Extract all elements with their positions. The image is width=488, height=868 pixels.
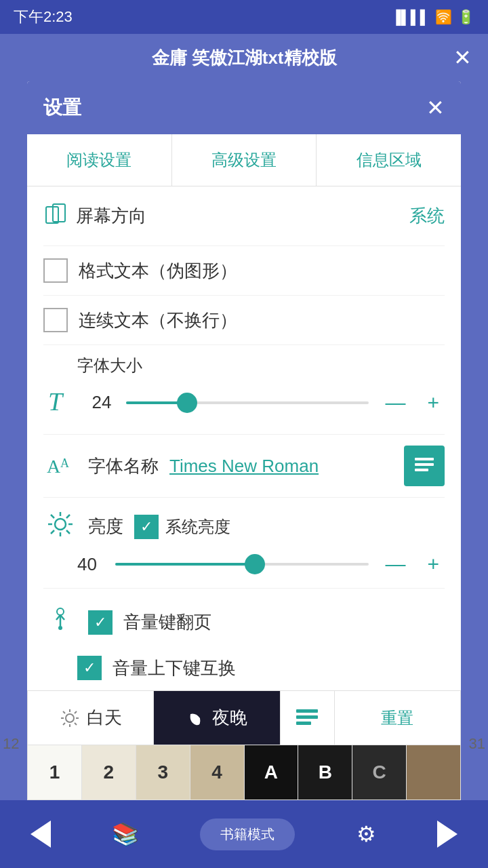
brightness-icon (43, 510, 77, 543)
brightness-section: 亮度 系统亮度 40 — + (43, 498, 445, 589)
system-brightness-checkbox[interactable] (134, 515, 159, 539)
wifi-icon: 🛜 (435, 9, 452, 25)
svg-text:T: T (48, 387, 64, 413)
font-name-value[interactable]: Times New Roman (169, 456, 393, 477)
day-mode-button[interactable]: 白天 (28, 691, 154, 745)
swatch-4[interactable]: 4 (190, 745, 245, 800)
settings-panel: 设置 ✕ 阅读设置 高级设置 信息区域 屏幕方向 系统 (27, 81, 461, 746)
tab-read[interactable]: 阅读设置 (27, 134, 172, 186)
swatch-d[interactable] (407, 745, 460, 800)
toolbar-mode-row: 白天 夜晚 重置 (27, 690, 461, 745)
svg-rect-5 (415, 458, 434, 460)
svg-rect-32 (296, 715, 318, 719)
volume-icon (43, 605, 77, 639)
page-number-right: 31 (469, 735, 485, 753)
tab-advanced[interactable]: 高级设置 (172, 134, 317, 186)
swatches-row: 1 2 3 4 A B C (27, 745, 461, 800)
swatch-3[interactable]: 3 (136, 745, 190, 800)
swatch-b[interactable]: B (298, 745, 352, 800)
svg-line-16 (51, 530, 54, 534)
reset-button[interactable]: 重置 (335, 691, 460, 745)
font-size-row: T 24 — + (43, 382, 445, 429)
battery-icon: 🔋 (458, 9, 474, 25)
brightness-slider[interactable] (115, 561, 369, 567)
svg-line-29 (75, 711, 77, 713)
volume-section: 音量键翻页 音量上下键互换 (43, 589, 445, 697)
svg-line-14 (66, 530, 70, 534)
title-bar: 金庸 笑傲江湖txt精校版 ✕ (0, 34, 488, 81)
swatch-a[interactable]: A (245, 745, 299, 800)
font-list-button[interactable] (404, 446, 445, 486)
swatch-1[interactable]: 1 (28, 745, 82, 800)
screen-orientation-icon (43, 201, 76, 231)
volume-flip-label: 音量键翻页 (123, 610, 211, 634)
panel-title: 设置 (43, 95, 81, 121)
prev-arrow-icon (30, 821, 51, 848)
brightness-row: 40 — + (43, 549, 445, 588)
panel-header: 设置 ✕ (27, 81, 461, 134)
page-number-left: 12 (3, 735, 19, 753)
title-close-button[interactable]: ✕ (453, 45, 472, 71)
font-size-section-label: 字体大小 (43, 355, 445, 382)
settings-content: 屏幕方向 系统 格式文本（伪图形） 连续文本（不换行） 字体大小 T 24 (27, 186, 461, 746)
bookshelf-icon: 📚 (112, 821, 139, 847)
volume-swap-checkbox[interactable] (77, 656, 102, 680)
swatch-c[interactable]: C (352, 745, 407, 800)
font-size-decrease-button[interactable]: — (380, 391, 411, 414)
font-size-value: 24 (88, 392, 115, 413)
screen-orientation-label: 屏幕方向 (76, 204, 409, 228)
format-text-row: 格式文本（伪图形） (43, 246, 445, 296)
screen-orientation-value[interactable]: 系统 (409, 204, 445, 228)
bottom-nav: 📚 书籍模式 ⚙ (0, 800, 488, 868)
format-text-label: 格式文本（伪图形） (79, 259, 237, 283)
settings-icon: ⚙ (357, 821, 376, 847)
theme-list-button[interactable] (281, 691, 335, 745)
svg-line-28 (75, 723, 77, 725)
svg-point-22 (66, 714, 74, 722)
svg-line-13 (51, 515, 54, 518)
brightness-checkbox-group: 系统亮度 (134, 515, 230, 539)
swatch-2[interactable]: 2 (82, 745, 136, 800)
format-text-checkbox[interactable] (43, 258, 68, 283)
font-size-icon: T (43, 386, 77, 419)
reset-label: 重置 (381, 707, 413, 729)
night-mode-button[interactable]: 夜晚 (154, 691, 280, 745)
nav-book-mode-button[interactable]: 书籍模式 (200, 818, 295, 850)
app-title: 金庸 笑傲江湖txt精校版 (152, 46, 337, 70)
status-time: 下午2:23 (14, 7, 73, 27)
nav-prev-button[interactable] (30, 821, 51, 848)
tab-info[interactable]: 信息区域 (317, 134, 461, 186)
continuous-text-label: 连续文本（不换行） (79, 309, 237, 332)
nav-settings-button[interactable]: ⚙ (357, 821, 376, 847)
continuous-text-checkbox[interactable] (43, 308, 68, 332)
brightness-label: 亮度 (88, 515, 123, 538)
signal-icon: ▐▌▌▌ (391, 9, 430, 25)
brightness-header: 亮度 系统亮度 (43, 498, 445, 549)
font-name-icon: A A (43, 448, 77, 484)
nav-next-button[interactable] (437, 821, 458, 848)
svg-point-17 (57, 608, 64, 615)
book-mode-label: 书籍模式 (220, 825, 274, 844)
status-bar: 下午2:23 ▐▌▌▌ 🛜 🔋 (0, 0, 488, 34)
svg-text:A: A (60, 456, 69, 470)
volume-flip-row: 音量键翻页 (43, 597, 445, 648)
volume-swap-row: 音量上下键互换 (43, 648, 445, 688)
brightness-increase-button[interactable]: + (422, 553, 445, 576)
continuous-text-row: 连续文本（不换行） (43, 296, 445, 345)
system-brightness-label: 系统亮度 (165, 516, 230, 538)
svg-rect-6 (415, 463, 434, 466)
svg-rect-33 (296, 722, 311, 725)
svg-text:A: A (47, 456, 61, 477)
nav-bookshelf-button[interactable]: 📚 (112, 821, 139, 847)
svg-line-15 (66, 515, 70, 518)
font-size-slider[interactable] (126, 400, 369, 406)
font-size-increase-button[interactable]: + (422, 391, 445, 414)
panel-close-button[interactable]: ✕ (426, 95, 445, 121)
brightness-value: 40 (77, 554, 104, 575)
brightness-decrease-button[interactable]: — (380, 553, 411, 576)
bottom-toolbar: 白天 夜晚 重置 1 2 3 (27, 690, 461, 800)
font-name-label: 字体名称 (88, 454, 159, 478)
volume-flip-checkbox[interactable] (88, 610, 113, 635)
screen-orientation-row: 屏幕方向 系统 (43, 186, 445, 246)
volume-swap-label: 音量上下键互换 (113, 656, 236, 680)
